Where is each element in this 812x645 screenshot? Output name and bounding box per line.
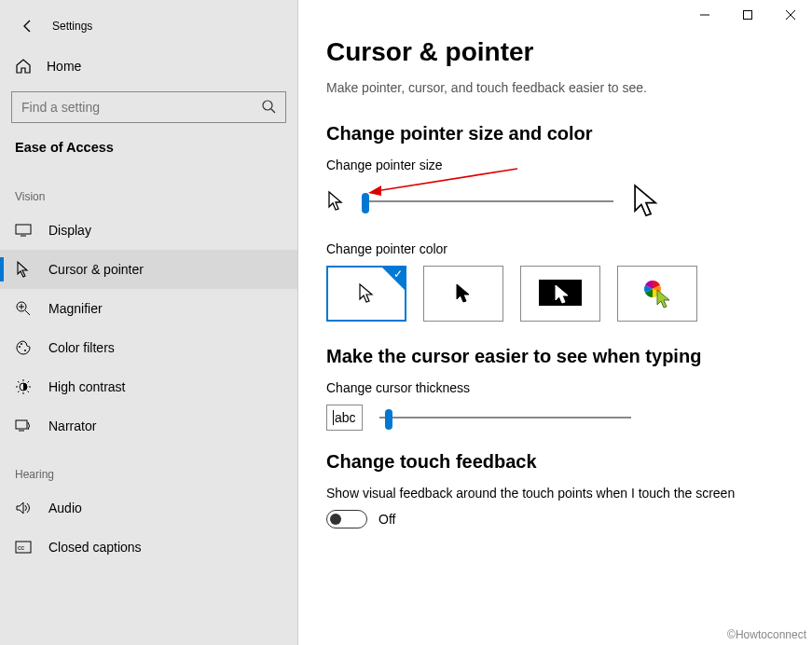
- section-heading-size-color: Change pointer size and color: [326, 123, 784, 144]
- svg-line-19: [28, 381, 30, 383]
- svg-rect-2: [16, 225, 31, 234]
- svg-marker-29: [368, 185, 381, 196]
- page-description: Make pointer, cursor, and touch feedback…: [326, 80, 784, 95]
- search-icon: [261, 99, 276, 117]
- nav-audio[interactable]: Audio: [0, 488, 297, 528]
- cursor-icon: [15, 261, 32, 278]
- nav-item-label: High contrast: [48, 379, 125, 394]
- search-input[interactable]: [21, 100, 251, 115]
- close-button[interactable]: [769, 0, 812, 30]
- app-title: Settings: [52, 20, 92, 33]
- text-cursor-icon: [333, 410, 334, 425]
- svg-rect-20: [16, 420, 27, 429]
- nav-home[interactable]: Home: [0, 48, 297, 84]
- svg-point-9: [21, 343, 22, 345]
- pointer-color-black[interactable]: [423, 266, 503, 322]
- home-icon: [15, 58, 32, 75]
- minimize-button[interactable]: [683, 0, 726, 30]
- pointer-color-white[interactable]: [326, 266, 406, 322]
- pointer-color-options: [326, 266, 784, 322]
- nav-home-label: Home: [47, 59, 81, 74]
- slider-thumb[interactable]: [362, 193, 369, 213]
- audio-icon: [15, 500, 32, 516]
- pointer-color-inverted[interactable]: [520, 266, 600, 322]
- nav-closed-captions[interactable]: cc Closed captions: [0, 528, 297, 567]
- svg-line-18: [18, 391, 20, 393]
- svg-line-1: [271, 109, 275, 113]
- svg-point-0: [263, 101, 272, 110]
- slider-thumb[interactable]: [385, 409, 392, 430]
- svg-point-10: [24, 350, 26, 351]
- svg-text:cc: cc: [18, 544, 25, 551]
- nav-item-label: Closed captions: [48, 540, 142, 555]
- magnifier-icon: [15, 300, 32, 317]
- cursor-thickness-row: abc: [326, 405, 784, 431]
- nav-item-label: Magnifier: [48, 301, 103, 316]
- toggle-state-label: Off: [378, 512, 395, 527]
- pointer-color-label: Change pointer color: [326, 241, 784, 256]
- narrator-icon: [15, 418, 32, 434]
- search-box[interactable]: [11, 91, 286, 123]
- group-label-hearing: Hearing: [0, 446, 297, 488]
- nav-high-contrast[interactable]: High contrast: [0, 367, 297, 406]
- cc-icon: cc: [15, 539, 32, 556]
- svg-line-17: [28, 391, 30, 393]
- sidebar: Settings Home Ease of Access Vision Disp…: [0, 0, 298, 645]
- watermark: ©Howtoconnect: [727, 628, 806, 641]
- section-heading-touch: Change touch feedback: [326, 451, 784, 473]
- svg-point-8: [19, 346, 21, 348]
- svg-line-7: [25, 310, 30, 315]
- page-title: Cursor & pointer: [326, 37, 784, 67]
- cursor-thickness-slider[interactable]: [379, 417, 631, 419]
- contrast-icon: [15, 378, 32, 395]
- palette-icon: [15, 339, 32, 356]
- cursor-thickness-label: Change cursor thickness: [326, 380, 784, 395]
- touch-feedback-label: Show visual feedback around the touch po…: [326, 486, 784, 501]
- section-heading-cursor: Make the cursor easier to see when typin…: [326, 346, 784, 367]
- nav-narrator[interactable]: Narrator: [0, 406, 297, 446]
- pointer-size-row: [326, 182, 784, 221]
- nav-item-label: Display: [48, 223, 91, 238]
- cursor-preview-text: abc: [335, 410, 356, 425]
- nav-item-label: Narrator: [48, 419, 96, 433]
- nav-magnifier[interactable]: Magnifier: [0, 289, 297, 328]
- display-icon: [15, 222, 32, 239]
- touch-feedback-toggle[interactable]: [326, 510, 367, 528]
- nav-cursor-pointer[interactable]: Cursor & pointer: [0, 250, 297, 289]
- nav-item-label: Audio: [48, 501, 82, 515]
- cursor-thickness-preview: abc: [326, 405, 363, 431]
- back-button[interactable]: [15, 13, 41, 39]
- maximize-button[interactable]: [726, 0, 769, 30]
- pointer-preview-small-icon: [326, 190, 345, 213]
- nav-color-filters[interactable]: Color filters: [0, 328, 297, 367]
- svg-rect-25: [744, 11, 752, 20]
- window-controls: [683, 0, 812, 30]
- svg-line-16: [18, 381, 20, 383]
- pointer-size-label: Change pointer size: [326, 158, 784, 172]
- group-label-vision: Vision: [0, 168, 297, 211]
- pointer-preview-large-icon: [630, 182, 662, 221]
- nav-display[interactable]: Display: [0, 211, 297, 250]
- category-title: Ease of Access: [0, 134, 297, 168]
- toggle-knob: [330, 514, 341, 525]
- nav-item-label: Color filters: [48, 340, 115, 355]
- pointer-size-slider[interactable]: [362, 200, 613, 202]
- nav-item-label: Cursor & pointer: [48, 262, 144, 277]
- touch-feedback-toggle-row: Off: [326, 510, 784, 528]
- titlebar: Settings: [0, 7, 297, 48]
- pointer-color-custom[interactable]: [617, 266, 697, 322]
- main-content: Cursor & pointer Make pointer, cursor, a…: [298, 0, 812, 645]
